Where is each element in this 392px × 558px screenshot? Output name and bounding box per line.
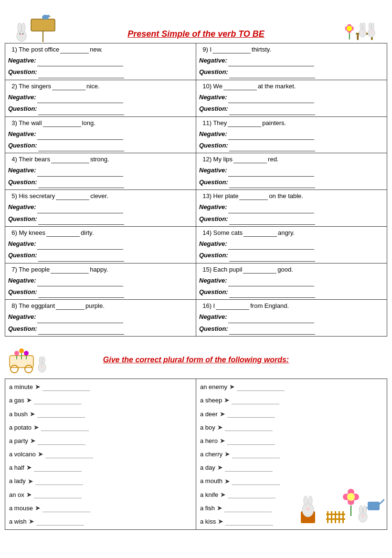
svg-point-65 bbox=[362, 515, 364, 517]
sentence-left-6: 6) My knees dirty. bbox=[8, 228, 193, 238]
svg-rect-52 bbox=[368, 502, 380, 510]
deco-flowers-cart bbox=[5, 341, 53, 376]
plural-blank[interactable] bbox=[42, 505, 90, 512]
deco-left-bunny bbox=[10, 10, 67, 43]
exercise-cell-right: 16) I from England. Negative: Question: bbox=[196, 300, 387, 337]
plural-blank[interactable] bbox=[37, 410, 85, 418]
question-right-14: Question: bbox=[199, 250, 384, 261]
plural-word: a deer bbox=[200, 409, 218, 420]
exercise-table: 1) The post office new. Negative: Questi… bbox=[5, 43, 387, 337]
question-label-r: Question: bbox=[199, 215, 228, 222]
plural-blank[interactable] bbox=[228, 491, 275, 498]
question-right-15: Question: bbox=[199, 286, 384, 298]
question-left-2: Question: bbox=[8, 103, 193, 115]
negative-label-r: Negative: bbox=[199, 277, 227, 284]
sentence-right-15: 15) Each pupil good. bbox=[199, 265, 384, 274]
svg-point-50 bbox=[347, 493, 355, 501]
plural-blank[interactable] bbox=[225, 464, 273, 472]
svg-rect-61 bbox=[326, 518, 345, 520]
plural-blank[interactable] bbox=[35, 477, 83, 485]
plural-blank[interactable] bbox=[232, 477, 280, 485]
svg-point-26 bbox=[371, 23, 374, 30]
plural-word: a party bbox=[9, 435, 28, 446]
plural-word: a boy bbox=[200, 422, 215, 433]
negative-label-r: Negative: bbox=[199, 130, 227, 137]
plural-blank[interactable] bbox=[227, 437, 275, 445]
sentence-left-5: 5) His secretary clever. bbox=[8, 191, 193, 201]
exercise-cell-left: 2) The singers nice. Negative: Question: bbox=[5, 80, 196, 116]
arrow-icon: ➤ bbox=[224, 448, 230, 460]
plural-blank[interactable] bbox=[38, 437, 85, 445]
negative-right-14: Negative: bbox=[199, 238, 384, 250]
plural-blank[interactable] bbox=[225, 423, 273, 431]
plural-item: a party ➤ bbox=[9, 435, 192, 447]
plural-blank[interactable] bbox=[224, 505, 272, 512]
question-label-r: Question: bbox=[199, 142, 228, 149]
negative-right-11: Negative: bbox=[199, 128, 384, 140]
negative-left-3: Negative: bbox=[8, 128, 193, 140]
plural-blank[interactable] bbox=[42, 383, 90, 391]
plural-word: a cherry bbox=[200, 449, 222, 460]
question-right-10: Question: bbox=[199, 103, 384, 115]
question-label-r: Question: bbox=[199, 288, 228, 295]
svg-point-27 bbox=[371, 31, 372, 33]
exercise-cell-right: 14) Some cats angry. Negative: Question: bbox=[196, 226, 387, 263]
plural-left-col: a minute ➤ a gas ➤ a bush ➤ a potato ➤ a… bbox=[5, 379, 196, 530]
question-left-5: Question: bbox=[8, 213, 193, 225]
plural-blank[interactable] bbox=[45, 451, 93, 458]
plural-word: a mouse bbox=[9, 503, 33, 514]
exercise-cell-left: 4) Their bears strong. Negative: Questio… bbox=[5, 153, 196, 190]
arrow-icon: ➤ bbox=[217, 502, 222, 514]
arrow-icon: ➤ bbox=[218, 516, 223, 527]
sentence-right-13: 13) Her plate on the table. bbox=[199, 191, 384, 201]
sentence-right-10: 10) We at the market. bbox=[199, 82, 384, 91]
svg-point-21 bbox=[360, 23, 363, 30]
plural-word: a mouth bbox=[200, 475, 222, 486]
plural-blank[interactable] bbox=[34, 491, 82, 498]
sentence-left-3: 3) The wall long. bbox=[8, 118, 193, 128]
negative-left-2: Negative: bbox=[8, 92, 193, 103]
svg-point-6 bbox=[18, 23, 21, 32]
plural-word: a potato bbox=[9, 422, 32, 433]
plural-blank[interactable] bbox=[227, 410, 275, 418]
svg-rect-56 bbox=[331, 511, 332, 523]
plural-blank[interactable] bbox=[34, 397, 82, 404]
exercise-row: 6) My knees dirty. Negative: Question: 1… bbox=[5, 226, 387, 263]
negative-label: Negative: bbox=[8, 94, 36, 101]
question-left-8: Question: bbox=[8, 323, 193, 335]
arrow-icon: ➤ bbox=[217, 462, 223, 474]
negative-left-4: Negative: bbox=[8, 165, 193, 176]
negative-label-r: Negative: bbox=[199, 57, 227, 64]
plural-blank[interactable] bbox=[34, 464, 82, 472]
page-title: Present Simple of the verb TO BE bbox=[127, 29, 265, 39]
svg-point-15 bbox=[347, 26, 352, 31]
question-left-4: Question: bbox=[8, 177, 193, 188]
arrow-icon: ➤ bbox=[38, 448, 43, 460]
exercise-cell-left: 3) The wall long. Negative: Question: bbox=[5, 116, 196, 153]
question-left-1: Question: bbox=[8, 66, 193, 78]
negative-left-8: Negative: bbox=[8, 311, 193, 323]
plural-blank[interactable] bbox=[225, 518, 273, 526]
plural-item: a bush ➤ bbox=[9, 408, 192, 420]
plural-blank[interactable] bbox=[232, 397, 279, 404]
plural-blank[interactable] bbox=[232, 451, 280, 458]
plural-blank[interactable] bbox=[237, 383, 285, 391]
plural-blank[interactable] bbox=[41, 423, 89, 431]
exercise-row: 4) Their bears strong. Negative: Questio… bbox=[5, 153, 387, 190]
question-right-13: Question: bbox=[199, 213, 384, 225]
plural-word: an ox bbox=[9, 489, 24, 500]
question-label: Question: bbox=[8, 105, 37, 112]
plural-item: a day ➤ bbox=[200, 462, 383, 474]
svg-point-44 bbox=[308, 496, 312, 505]
svg-marker-4 bbox=[50, 16, 52, 17]
svg-line-53 bbox=[380, 499, 384, 504]
plural-item: a sheep ➤ bbox=[200, 394, 383, 406]
arrow-icon: ➤ bbox=[224, 475, 230, 487]
svg-point-3 bbox=[47, 15, 50, 18]
arrow-icon: ➤ bbox=[26, 489, 32, 501]
sentence-left-1: 1) The post office new. bbox=[8, 45, 193, 54]
svg-point-39 bbox=[42, 357, 45, 364]
plural-blank[interactable] bbox=[36, 518, 84, 526]
svg-rect-59 bbox=[342, 511, 344, 523]
question-label-r: Question: bbox=[199, 325, 228, 332]
